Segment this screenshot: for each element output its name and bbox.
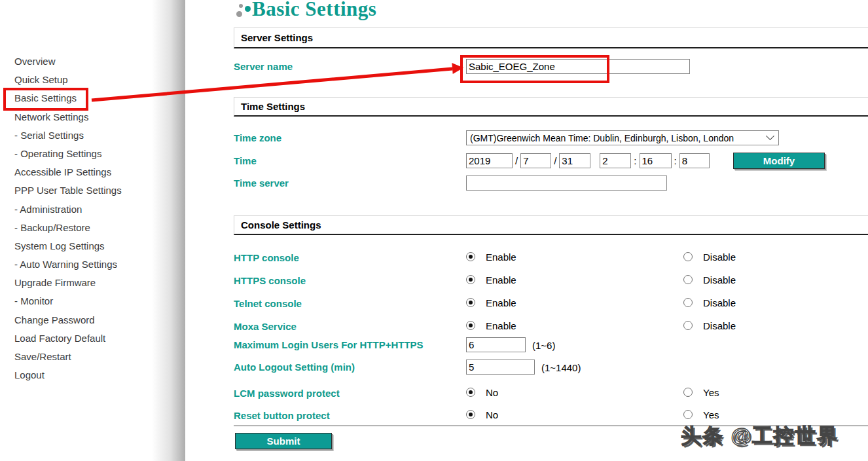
time-year-input[interactable] — [466, 153, 513, 168]
sidebar-item-upgrade-firmware[interactable]: Upgrade Firmware — [0, 274, 152, 292]
sidebar-item-save-restart[interactable]: Save/Restart — [0, 348, 152, 366]
sidebar-item-accessible-ip-settings[interactable]: Accessible IP Settings — [0, 163, 152, 181]
http-enable-radio[interactable] — [466, 252, 475, 261]
telnet-enable-radio-label: Enable — [486, 296, 516, 310]
https-console-label: HTTPS console — [234, 273, 306, 289]
highlight-box-server-name — [460, 55, 609, 83]
sidebar-menu: Overview Quick Setup Basic Settings Netw… — [0, 0, 152, 384]
max-login-users-hint: (1~6) — [532, 339, 555, 353]
time-second-input[interactable] — [679, 153, 710, 168]
time-day-input[interactable] — [559, 153, 590, 168]
section-header-console-settings: Console Settings — [234, 215, 868, 235]
server-name-label: Server name — [234, 59, 293, 75]
time-separator: : — [631, 155, 639, 166]
sidebar-item-system-log-settings[interactable]: System Log Settings — [0, 237, 152, 255]
telnet-disable-radio-label: Disable — [703, 296, 736, 310]
reset-button-protect-label: Reset button protect — [234, 408, 330, 424]
sidebar-item-serial-settings[interactable]: - Serial Settings — [0, 126, 152, 145]
sidebar-edge-shadow — [152, 0, 185, 461]
time-fields-group: / / : : — [466, 153, 710, 168]
max-login-users-label: Maximum Login Users For HTTP+HTTPS — [234, 337, 424, 353]
time-label: Time — [234, 153, 257, 169]
time-zone-selected-value: (GMT)Greenwich Mean Time: Dublin, Edinbu… — [470, 133, 734, 143]
https-disable-radio[interactable] — [683, 275, 693, 284]
https-enable-radio[interactable] — [466, 275, 475, 284]
moxa-service-disable-radio[interactable] — [683, 321, 693, 330]
highlight-box-basic-settings — [3, 88, 88, 111]
http-disable-radio[interactable] — [683, 252, 693, 261]
max-login-users-input[interactable] — [466, 337, 526, 352]
http-disable-radio-label: Disable — [703, 250, 736, 265]
auto-logout-input[interactable] — [466, 360, 535, 375]
reset-no-radio[interactable] — [466, 410, 475, 419]
modify-button[interactable]: Modify — [733, 153, 825, 169]
section-header-time-settings: Time Settings — [234, 97, 868, 117]
https-disable-radio-label: Disable — [703, 273, 736, 287]
sidebar-item-load-factory-default[interactable]: Load Factory Default — [0, 329, 152, 348]
telnet-disable-radio[interactable] — [683, 298, 693, 307]
sidebar-item-change-password[interactable]: Change Password — [0, 311, 152, 329]
sidebar-item-administration[interactable]: - Administration — [0, 200, 152, 219]
sidebar-nav: Overview Quick Setup Basic Settings Netw… — [0, 0, 152, 461]
moxa-config-page: Overview Quick Setup Basic Settings Netw… — [0, 0, 868, 461]
time-server-input[interactable] — [466, 175, 667, 191]
moxa-service-disable-radio-label: Disable — [703, 319, 736, 333]
section-header-server-settings: Server Settings — [234, 28, 868, 48]
sidebar-item-backup-restore[interactable]: - Backup/Restore — [0, 219, 152, 237]
chevron-down-icon — [766, 132, 774, 140]
lcm-yes-radio-label: Yes — [703, 386, 719, 400]
time-minute-input[interactable] — [640, 153, 672, 168]
sidebar-item-overview[interactable]: Overview — [0, 52, 152, 71]
auto-logout-label: Auto Logout Setting (min) — [234, 360, 355, 375]
time-hour-input[interactable] — [600, 153, 631, 168]
page-title-text: Basic Settings — [252, 0, 376, 21]
page-title: Basic Settings — [234, 0, 376, 24]
reset-yes-radio-label: Yes — [703, 408, 719, 422]
date-separator: / — [551, 155, 559, 166]
sidebar-item-ppp-user-table-settings[interactable]: PPP User Table Settings — [0, 181, 152, 200]
reset-no-radio-label: No — [486, 408, 498, 422]
dots-bullet-icon — [235, 3, 251, 19]
time-separator: : — [672, 155, 679, 166]
lcm-yes-radio[interactable] — [683, 388, 693, 397]
lcm-no-radio-label: No — [486, 386, 498, 400]
https-enable-radio-label: Enable — [486, 273, 516, 287]
time-zone-select[interactable]: (GMT)Greenwich Mean Time: Dublin, Edinbu… — [466, 130, 779, 145]
lcm-no-radio[interactable] — [466, 388, 475, 397]
auto-logout-hint: (1~1440) — [541, 361, 581, 375]
moxa-service-label: Moxa Service — [234, 319, 297, 335]
time-server-label: Time server — [234, 175, 289, 191]
time-zone-label: Time zone — [234, 130, 281, 146]
watermark-text: 头条 @工控世界 — [681, 422, 868, 450]
sidebar-item-quick-setup[interactable]: Quick Setup — [0, 71, 152, 89]
telnet-console-label: Telnet console — [234, 296, 302, 312]
lcm-password-protect-label: LCM password protect — [234, 386, 340, 401]
sidebar-item-operating-settings[interactable]: - Operating Settings — [0, 145, 152, 163]
sidebar-item-monitor[interactable]: - Monitor — [0, 292, 152, 310]
moxa-service-enable-radio-label: Enable — [486, 319, 516, 333]
sidebar-item-auto-warning-settings[interactable]: - Auto Warning Settings — [0, 255, 152, 274]
http-enable-radio-label: Enable — [486, 250, 516, 265]
time-month-input[interactable] — [520, 153, 551, 168]
moxa-service-enable-radio[interactable] — [466, 321, 475, 330]
date-separator: / — [513, 155, 520, 166]
sidebar-item-logout[interactable]: Logout — [0, 366, 152, 384]
reset-yes-radio[interactable] — [683, 410, 693, 419]
http-console-label: HTTP console — [234, 250, 299, 266]
submit-button[interactable]: Submit — [235, 433, 332, 449]
telnet-enable-radio[interactable] — [466, 298, 475, 307]
